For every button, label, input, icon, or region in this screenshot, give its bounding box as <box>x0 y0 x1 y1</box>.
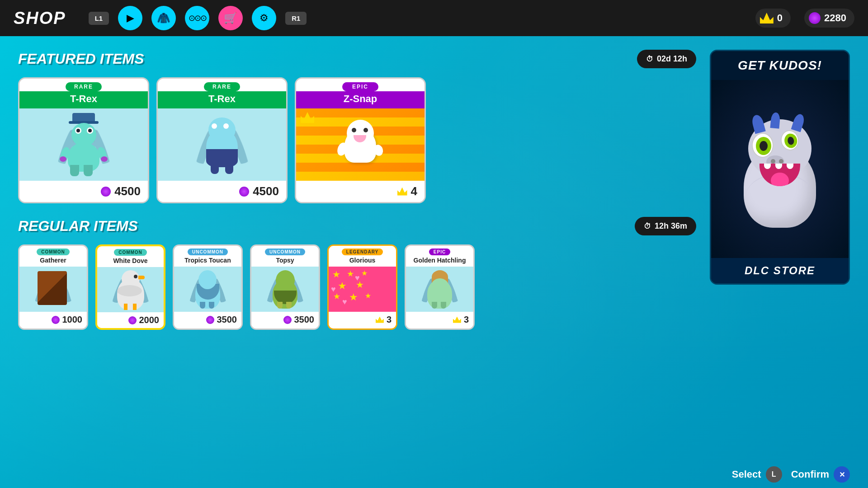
featured-items-row: RARE T-Rex 🧥 <box>18 77 696 203</box>
dlc-image <box>711 80 849 258</box>
main-content: FEATURED ITEMS ⏱ 02d 12h RARE T-Rex 🧥 <box>0 36 868 488</box>
price-bar: 3 <box>406 312 473 328</box>
item-name: Tropics Toucan <box>174 255 241 267</box>
nav-outfit-button[interactable]: 🧥 <box>151 6 176 30</box>
regular-item-tropics-toucan[interactable]: UNCOMMON Tropics Toucan 🧥 3500 <box>173 244 243 330</box>
confirm-button[interactable]: ✕ <box>834 466 850 483</box>
featured-item-zsnap[interactable]: EPIC Z-Snap <box>295 77 426 203</box>
nav-emote-button[interactable]: ⊙⊙⊙ <box>185 6 209 30</box>
featured-title: FEATURED ITEMS <box>18 51 144 67</box>
select-button[interactable]: L <box>766 466 782 483</box>
item-name-bar: T-Rex <box>158 91 286 108</box>
item-image: 🧥 <box>406 267 473 312</box>
rarity-tag: UNCOMMON <box>188 249 228 255</box>
play-icon: ▶ <box>127 12 134 24</box>
crown-price-icon <box>397 188 407 196</box>
crown-currency-badge: 0 <box>755 9 791 28</box>
dlc-panel: GET KUDOS! <box>710 50 850 474</box>
rarity-tag: RARE <box>66 82 102 91</box>
nav-r1-button[interactable]: R1 <box>285 12 307 25</box>
price-bar: 3500 <box>251 312 319 328</box>
clock-icon: ⏱ <box>644 222 651 230</box>
dlc-store-card[interactable]: GET KUDOS! <box>710 50 850 285</box>
featured-item-trex1[interactable]: RARE T-Rex 🧥 <box>18 77 149 203</box>
regular-timer-text: 12h 36m <box>655 221 687 231</box>
kudos-price-icon <box>52 316 60 324</box>
item-name-bar: Z-Snap <box>296 91 425 108</box>
price-bar: 2000 <box>97 312 164 328</box>
price-bar: 4 <box>296 181 425 202</box>
regular-items-row: COMMON Gatherer 🧥 1000 COMMON White Dove <box>18 244 696 330</box>
settings-icon: ⚙ <box>259 12 269 24</box>
item-name: White Dove <box>97 256 164 267</box>
item-image: 🧥 <box>19 267 87 312</box>
featured-item-trex2[interactable]: RARE T-Rex 🧥 <box>156 77 288 203</box>
rarity-tag: EPIC <box>342 82 378 91</box>
nav-settings-button[interactable]: ⚙ <box>252 6 276 30</box>
price-text: 3500 <box>294 314 315 325</box>
kudos-price-icon <box>239 187 249 197</box>
nav-l1-button[interactable]: L1 <box>89 12 109 25</box>
price-bar: 4500 <box>158 181 286 202</box>
item-name-bar: T-Rex <box>19 91 148 108</box>
dlc-top: GET KUDOS! <box>711 51 849 80</box>
price-bar: 3500 <box>174 312 241 328</box>
item-name: Gatherer <box>19 255 87 267</box>
item-name: Glorious <box>329 255 396 267</box>
rarity-tag: UNCOMMON <box>265 249 305 255</box>
confirm-action: Confirm ✕ <box>791 466 850 483</box>
rarity-tag: EPIC <box>429 249 450 255</box>
price-text: 3 <box>387 314 392 325</box>
featured-timer: ⏱ 02d 12h <box>637 50 696 68</box>
kudos-price-icon <box>128 316 137 324</box>
item-name: Topsy <box>251 255 319 267</box>
regular-item-golden-hatchling[interactable]: EPIC Golden Hatchling 🧥 <box>405 244 475 330</box>
kudos-price-icon <box>206 316 214 324</box>
item-image: 🧥 <box>97 267 164 312</box>
shop-title: SHOP <box>14 9 66 28</box>
crown-price-icon <box>376 317 384 323</box>
x-button-icon: ✕ <box>839 470 845 479</box>
price-text: 2000 <box>139 315 160 325</box>
price-text: 4500 <box>114 184 141 198</box>
dlc-bottom: DLC STORE <box>711 258 849 283</box>
price-text: 4 <box>411 184 417 198</box>
item-image <box>296 108 425 181</box>
rarity-tag: COMMON <box>114 249 147 256</box>
featured-header: FEATURED ITEMS ⏱ 02d 12h <box>18 50 696 68</box>
dlc-store-label: DLC STORE <box>745 264 815 277</box>
select-action: Select L <box>732 466 782 483</box>
rarity-tag: COMMON <box>37 249 70 255</box>
clock-icon: ⏱ <box>646 55 653 63</box>
nav-play-button[interactable]: ▶ <box>118 6 142 30</box>
regular-title: REGULAR ITEMS <box>18 218 138 235</box>
crown-price-icon <box>453 317 461 323</box>
price-text: 3500 <box>217 314 237 325</box>
item-image: 🧥 <box>158 108 286 181</box>
regular-header: REGULAR ITEMS ⏱ 12h 36m <box>18 217 696 235</box>
regular-item-topsy[interactable]: UNCOMMON Topsy 🧥 3500 <box>250 244 320 330</box>
kudos-price-icon <box>283 316 292 324</box>
topbar: SHOP L1 ▶ 🧥 ⊙⊙⊙ 🛒 ⚙ R1 0 2280 <box>0 0 868 36</box>
item-name: Golden Hatchling <box>406 255 473 267</box>
crown-icon <box>760 13 774 23</box>
shop-content: FEATURED ITEMS ⏱ 02d 12h RARE T-Rex 🧥 <box>18 50 696 474</box>
kudos-amount: 2280 <box>824 12 846 24</box>
price-text: 1000 <box>62 314 83 325</box>
rarity-tag: LEGENDARY <box>342 249 383 255</box>
regular-item-gatherer[interactable]: COMMON Gatherer 🧥 1000 <box>18 244 88 330</box>
kudos-price-icon <box>101 187 111 197</box>
featured-timer-text: 02d 12h <box>657 54 687 64</box>
item-image: 🧥 <box>174 267 241 312</box>
confirm-label: Confirm <box>791 469 829 480</box>
regular-item-glorious[interactable]: LEGENDARY Glorious ★ ★ ★ ★ ★ ★ ★ ★ ♥ ♥ <box>327 244 397 330</box>
select-label: Select <box>732 469 761 480</box>
shop-icon: 🛒 <box>224 12 237 24</box>
item-image: 🧥 <box>19 108 148 181</box>
get-kudos-title: GET KUDOS! <box>738 58 822 72</box>
price-bar: 4500 <box>19 181 148 202</box>
item-image: ★ ★ ★ ★ ★ ★ ★ ★ ♥ ♥ ♥ <box>329 267 396 312</box>
regular-item-white-dove[interactable]: COMMON White Dove 🧥 <box>95 244 165 330</box>
nav-shop-button[interactable]: 🛒 <box>218 6 243 30</box>
price-text: 3 <box>464 314 469 325</box>
